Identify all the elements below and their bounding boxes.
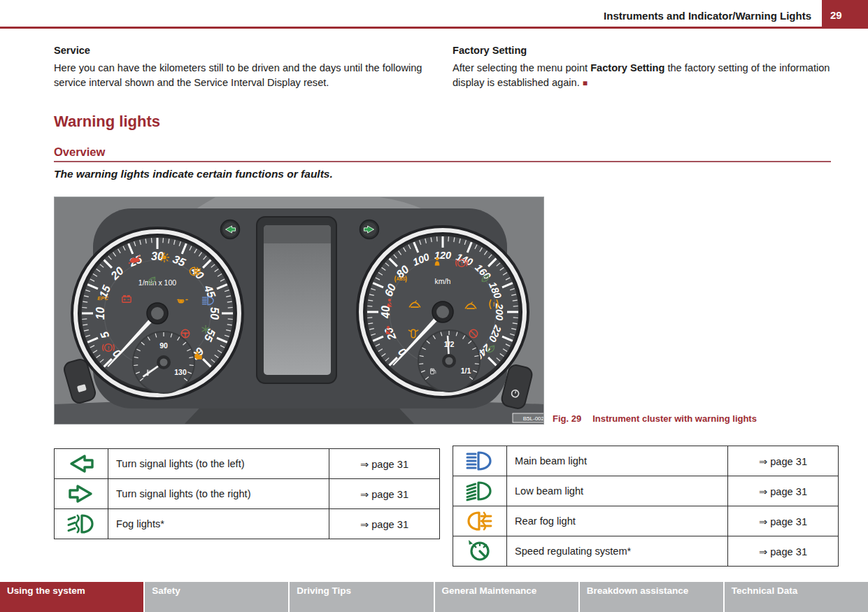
page-reference-link[interactable]: ⇒ page 31 [329,479,440,509]
table-row: Rear fog light ⇒ page 31 [453,506,839,536]
page-number-box: 29 [822,0,868,29]
service-body: Here you can have the kilometers still t… [54,61,428,90]
table-row: Turn signal lights (to the left) ⇒ page … [55,449,440,479]
svg-text:1/1: 1/1 [461,367,471,375]
turn-signal-left-icon [66,457,97,469]
factory-setting-heading: Factory Setting [453,45,527,56]
turn-signal-right-telltale [360,220,379,239]
svg-text:50: 50 [208,307,220,320]
lead-sentence: The warning lights indicate certain func… [54,168,333,180]
manual-page: Instruments and Indicator/Warning Lights… [0,0,868,612]
fuel-level-sub-dial: 1/21/1 [418,330,480,392]
factory-body-before: After selecting the menu point [453,62,590,73]
footer-tab-technical-data[interactable]: Technical Data [725,582,868,612]
subsection-title: Overview [54,145,105,159]
speed-regulating-icon [464,545,495,556]
row-label: Rear fog light [507,506,728,536]
main-beam-icon [464,455,495,466]
row-label: Low beam light [507,476,728,506]
svg-text:EPC: EPC [97,295,108,301]
table-row: Speed regulating system* ⇒ page 31 [453,536,839,567]
row-label: Turn signal lights (to the left) [108,449,329,479]
table-row: Fog lights* ⇒ page 31 [55,509,440,539]
figure-caption: Fig. 29Instrument cluster with warning l… [553,413,757,424]
footer-tab-driving-tips[interactable]: Driving Tips [290,582,433,612]
rear-fog-icon [464,515,495,526]
warning-lights-table-left: Turn signal lights (to the left) ⇒ page … [54,448,440,539]
svg-text:10: 10 [94,307,106,320]
svg-text:!: ! [493,301,495,308]
row-label: Fog lights* [108,509,329,539]
page-reference-link[interactable]: ⇒ page 31 [329,449,440,479]
page-reference-link[interactable]: ⇒ page 31 [728,506,839,536]
footer-tab-using-the-system[interactable]: Using the system [0,582,143,612]
turn-signal-left-telltale [221,220,240,239]
page-reference-link[interactable]: ⇒ page 31 [728,476,839,506]
page-title: Instruments and Indicator/Warning Lights [604,10,811,22]
svg-text:90: 90 [159,341,168,350]
page-reference-link[interactable]: ⇒ page 31 [728,536,839,567]
section-title: Warning lights [54,113,160,131]
subsection-rule [54,161,831,162]
turn-signal-right-icon [66,488,97,499]
service-heading: Service [54,45,90,56]
svg-text:!: ! [108,345,110,351]
page-reference-link[interactable]: ⇒ page 31 [329,509,440,539]
table-row: Turn signal lights (to the right) ⇒ page… [55,479,440,509]
svg-text:200: 200 [494,303,505,320]
svg-text:30: 30 [151,250,164,262]
info-display-screen [264,225,331,375]
svg-text:!: ! [461,260,463,266]
gauge-unit-label: 1/min x 100 [138,278,176,287]
footer-tab-general-maintenance[interactable]: General Maintenance [435,582,578,612]
instrument-cluster-figure: 0510152025303540455055601/min x 100EPC!9… [54,197,544,425]
page-reference-link[interactable]: ⇒ page 31 [728,446,839,476]
warning-lights-table-right: Main beam light ⇒ page 31 Low beam light… [453,446,839,567]
figure-caption-label: Fig. 29 [553,413,581,424]
tachometer: 0510152025303540455055601/min x 100EPC!9… [71,227,244,400]
table-row: Low beam light ⇒ page 31 [453,476,839,506]
page-number: 29 [830,9,842,21]
speedometer: 020406080100120140160180200220240km/hABS… [356,225,529,399]
svg-text:ABS: ABS [396,276,405,281]
instrument-cluster-image: 0510152025303540455055601/min x 100EPC!9… [55,197,543,424]
factory-body-bold: Factory Setting [590,62,664,73]
footer-nav: Using the system Safety Driving Tips Gen… [0,582,868,612]
row-label: Turn signal lights (to the right) [108,479,329,509]
epc-icon: EPC [97,295,108,301]
svg-text:130: 130 [174,368,187,376]
gauge-unit-label: km/h [435,277,451,285]
header-rule [0,27,868,29]
abs-icon: ABS [395,276,406,283]
table-row: Main beam light ⇒ page 31 [453,446,839,476]
light-sensor-icon [159,252,169,262]
footer-tab-breakdown-assistance[interactable]: Breakdown assistance [580,582,723,612]
footer-tab-safety[interactable]: Safety [145,582,288,612]
figure-caption-text: Instrument cluster with warning lights [592,413,757,424]
coolant-temperature-sub-dial: 90130 [133,332,194,393]
section-end-marker: ■ [583,78,588,88]
factory-setting-body: After selecting the menu point Factory S… [453,61,830,90]
svg-text:40: 40 [380,306,392,319]
row-label: Speed regulating system* [507,536,728,567]
low-beam-icon [464,485,495,496]
image-code-label: B5L-0024H [523,415,543,422]
row-label: Main beam light [507,446,728,476]
fog-lights-icon [66,518,97,529]
